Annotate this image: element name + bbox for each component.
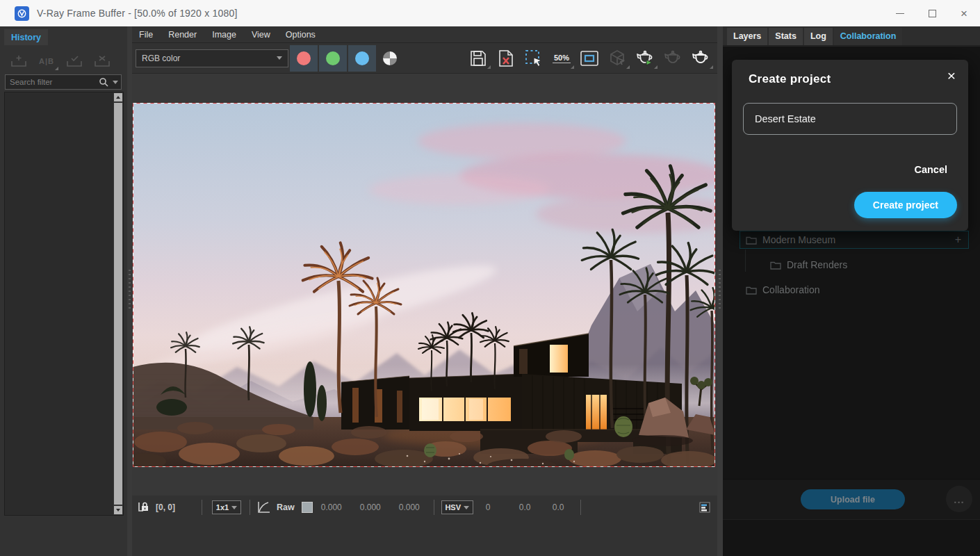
scroll-up-icon bbox=[116, 96, 120, 99]
save-image-icon bbox=[469, 49, 487, 67]
dialog-close-button[interactable]: × bbox=[947, 68, 956, 83]
history-scrollbar[interactable] bbox=[113, 92, 123, 515]
save-to-history-button[interactable] bbox=[6, 51, 32, 72]
history-panel: History A|B bbox=[0, 26, 127, 556]
render-last-button[interactable] bbox=[631, 47, 659, 70]
green-channel-icon bbox=[326, 51, 340, 65]
scroll-down-button[interactable] bbox=[114, 506, 122, 514]
collaboration-panel: Layers Stats Log Collaboration Modern Mu… bbox=[723, 26, 980, 556]
close-button[interactable]: × bbox=[948, 0, 980, 26]
right-panel-tabs: Layers Stats Log Collaboration bbox=[723, 26, 980, 46]
window-title: V-Ray Frame Buffer - [50.0% of 1920 x 10… bbox=[37, 8, 238, 19]
alpha-channel-icon bbox=[383, 51, 397, 65]
raw-value-b: 0.000 bbox=[399, 502, 430, 512]
tab-history[interactable]: History bbox=[4, 29, 48, 45]
color-mode-dropdown[interactable]: HSV bbox=[441, 500, 473, 514]
blue-channel-button[interactable] bbox=[348, 45, 376, 72]
render-canvas[interactable] bbox=[132, 74, 717, 496]
raw-label: Raw bbox=[277, 502, 295, 512]
raw-value-g: 0.000 bbox=[360, 502, 391, 512]
cancel-button[interactable]: Cancel bbox=[914, 164, 947, 175]
color-mode-value: HSV bbox=[445, 503, 461, 512]
history-toolbar: A|B bbox=[6, 51, 127, 72]
green-channel-button[interactable] bbox=[319, 45, 347, 72]
tab-collaboration[interactable]: Collaboration bbox=[834, 28, 903, 45]
toolbar: RGB color 50% bbox=[132, 43, 717, 74]
tab-log[interactable]: Log bbox=[804, 28, 833, 45]
checkmark-icon bbox=[65, 54, 83, 68]
channel-select-dropdown[interactable]: RGB color bbox=[136, 49, 288, 67]
compare-ab-button[interactable]: A|B bbox=[33, 51, 60, 72]
red-channel-icon bbox=[297, 51, 311, 65]
menu-file[interactable]: File bbox=[139, 30, 153, 40]
track-mouse-icon bbox=[608, 49, 626, 67]
remove-x-icon bbox=[93, 54, 111, 68]
save-image-button[interactable] bbox=[464, 47, 492, 70]
zoom-level-button[interactable]: 50% bbox=[548, 47, 575, 70]
set-a-button[interactable] bbox=[61, 51, 88, 72]
history-list bbox=[4, 92, 124, 516]
search-input[interactable] bbox=[6, 78, 99, 86]
vray-frame-buffer-window: V-Ray Frame Buffer - [50.0% of 1920 x 10… bbox=[0, 0, 980, 556]
render-last-icon bbox=[635, 49, 655, 67]
right-splitter[interactable] bbox=[717, 26, 723, 556]
save-to-history-icon bbox=[10, 54, 28, 68]
minimize-button[interactable] bbox=[884, 0, 916, 26]
compare-dropdown-icon bbox=[55, 67, 58, 70]
history-search bbox=[5, 74, 122, 90]
remove-from-history-button[interactable] bbox=[89, 51, 115, 72]
zoom-dropdown-icon bbox=[571, 65, 574, 69]
search-icon[interactable] bbox=[99, 77, 108, 87]
menu-options[interactable]: Options bbox=[286, 30, 316, 40]
statusbar: [0, 0] 1x1 Raw 0.000 0.000 0.000 HSV 0 0… bbox=[132, 496, 717, 519]
fit-to-window-button[interactable] bbox=[575, 47, 603, 70]
red-channel-button[interactable] bbox=[290, 45, 318, 72]
tab-layers[interactable]: Layers bbox=[727, 28, 767, 45]
region-render-button[interactable] bbox=[520, 47, 548, 70]
vray-logo-icon bbox=[15, 6, 29, 21]
interactive-render-icon bbox=[663, 49, 683, 67]
interactive-render-button[interactable] bbox=[659, 47, 687, 70]
hsv-value-v: 0.0 bbox=[553, 502, 578, 512]
raw-value-r: 0.000 bbox=[321, 502, 352, 512]
tab-stats[interactable]: Stats bbox=[769, 28, 803, 45]
create-project-button[interactable]: Create project bbox=[854, 192, 957, 218]
fit-to-window-icon bbox=[580, 50, 599, 67]
cursor-coordinates: [0, 0] bbox=[156, 502, 202, 512]
dialog-title: Create project bbox=[749, 72, 831, 86]
pixel-info-scale-dropdown[interactable]: 1x1 bbox=[212, 500, 241, 514]
menu-view[interactable]: View bbox=[252, 30, 270, 40]
close-icon: × bbox=[961, 8, 967, 19]
project-name-input[interactable] bbox=[743, 103, 957, 135]
blue-channel-icon bbox=[355, 51, 369, 65]
frame-buffer-panel: File Render Image View Options RGB color bbox=[132, 26, 717, 556]
create-project-dialog: Create project × Cancel Create project bbox=[732, 60, 968, 231]
render-button[interactable] bbox=[687, 47, 714, 70]
menu-render[interactable]: Render bbox=[168, 30, 197, 40]
color-mode-caret-icon bbox=[464, 506, 469, 509]
pixel-probe-lock-icon[interactable] bbox=[138, 501, 150, 514]
scroll-down-icon bbox=[116, 509, 120, 512]
alpha-channel-button[interactable] bbox=[376, 45, 404, 72]
search-options-caret-icon[interactable] bbox=[113, 81, 118, 84]
pixel-scale-caret-icon bbox=[231, 506, 237, 509]
channel-select-value: RGB color bbox=[142, 54, 180, 63]
menubar: File Render Image View Options bbox=[132, 26, 717, 43]
collaboration-content: Modern Museum + Draft Renders Collaborat… bbox=[723, 47, 980, 556]
compare-ab-icon: A|B bbox=[39, 57, 54, 65]
track-mouse-dropdown-icon bbox=[626, 65, 630, 69]
clear-image-icon bbox=[497, 49, 515, 67]
color-corrections-icon[interactable] bbox=[699, 502, 710, 513]
scrollbar-thumb[interactable] bbox=[114, 103, 122, 505]
titlebar: V-Ray Frame Buffer - [50.0% of 1920 x 10… bbox=[0, 0, 980, 26]
track-mouse-button[interactable] bbox=[603, 47, 631, 70]
save-dropdown-icon bbox=[487, 65, 491, 69]
render-dropdown-icon bbox=[710, 65, 713, 69]
hsv-value-s: 0.0 bbox=[519, 502, 544, 512]
menu-image[interactable]: Image bbox=[212, 30, 236, 40]
maximize-button[interactable] bbox=[916, 0, 948, 26]
curve-display-icon[interactable] bbox=[257, 501, 271, 514]
minimize-icon bbox=[896, 13, 904, 14]
scroll-up-button[interactable] bbox=[114, 93, 122, 101]
clear-image-button[interactable] bbox=[492, 47, 520, 70]
